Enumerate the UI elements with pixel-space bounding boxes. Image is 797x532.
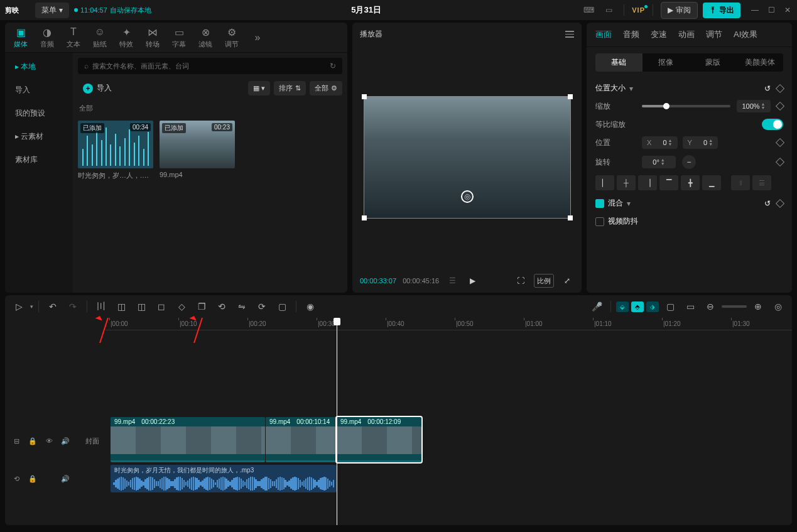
zoom-fit-icon[interactable]: ◎ (769, 298, 787, 315)
tab-more[interactable]: » (245, 31, 270, 44)
view-grid-button[interactable]: ▦ ▾ (248, 81, 270, 95)
media-clip[interactable]: 已添加 00:34 时光匆匆，岁…人，.mp3 (78, 121, 153, 180)
keyframe-icon[interactable] (776, 138, 784, 147)
eye-icon[interactable]: 👁 (44, 437, 54, 445)
tab-media[interactable]: ▣媒体 (8, 26, 34, 49)
sidebar-item-library[interactable]: 素材库 (5, 148, 73, 171)
align-bottom-icon[interactable]: ▁ (702, 175, 721, 190)
pointer-tool-icon[interactable]: ▷ (10, 298, 28, 315)
tab-transition[interactable]: ⋈转场 (139, 26, 166, 49)
resize-handle-tr[interactable] (568, 94, 573, 99)
search-input[interactable] (92, 62, 326, 70)
align-right-icon[interactable]: ▕ (638, 175, 657, 190)
fullscreen-icon[interactable]: ⤢ (560, 274, 574, 288)
filter-all-button[interactable]: 全部 ⚙ (310, 81, 342, 95)
sidebar-item-local[interactable]: ▸ 本地 (5, 55, 73, 79)
align-hcenter-icon[interactable]: ┼ (617, 175, 636, 190)
subtab-basic[interactable]: 基础 (595, 53, 642, 72)
stabilize-checkbox[interactable] (595, 217, 604, 226)
play-button[interactable]: ▶ (465, 274, 479, 288)
tab-ai-effect[interactable]: AI效果 (734, 29, 757, 40)
crop2-icon[interactable]: ▢ (273, 298, 291, 315)
trim-left-icon[interactable]: ◫ (112, 298, 130, 315)
mic-icon[interactable]: 🎤 (588, 298, 605, 315)
undo-icon[interactable]: ↶ (44, 298, 62, 315)
rotate-handle-icon[interactable]: ◎ (461, 190, 474, 203)
keyframe-icon[interactable] (776, 158, 784, 166)
mute-icon[interactable]: 🔊 (60, 437, 70, 445)
resize-handle-br[interactable] (568, 215, 573, 220)
preview-icon[interactable]: ▢ (661, 298, 679, 315)
mask-icon[interactable]: ◇ (173, 298, 190, 315)
reverse-icon[interactable]: ⟲ (213, 298, 230, 315)
video-clip[interactable]: 99.mp400:00:10:14 (266, 417, 336, 462)
mirror-icon[interactable]: ⇋ (233, 298, 251, 315)
track-height-icon[interactable]: ▭ (681, 298, 699, 315)
refresh-icon[interactable]: ↻ (330, 62, 336, 70)
layout-icon[interactable]: ▭ (601, 3, 616, 18)
close-button[interactable]: ✕ (783, 6, 792, 14)
align-top-icon[interactable]: ▔ (659, 175, 678, 190)
rotate-input[interactable]: 0°▲▼ (642, 156, 676, 168)
keyframe-icon[interactable] (776, 84, 784, 92)
subtab-mask[interactable]: 蒙版 (690, 53, 737, 72)
video-clip[interactable]: 99.mp400:00:22:23 (111, 417, 265, 462)
keyboard-icon[interactable]: ⌨ (581, 3, 596, 18)
resize-handle-bl[interactable] (362, 215, 367, 220)
tab-sticker[interactable]: ☺贴纸 (87, 26, 113, 49)
keyframe-icon[interactable] (776, 198, 784, 207)
maximize-button[interactable]: ☐ (767, 6, 776, 14)
playhead[interactable] (337, 318, 337, 525)
zoom-out-icon[interactable]: ⊖ (702, 298, 719, 315)
align-vcenter-icon[interactable]: ╋ (681, 175, 700, 190)
subtab-beauty[interactable]: 美颜美体 (736, 53, 783, 72)
cover-label[interactable]: 封面 (85, 437, 99, 446)
player-frame[interactable]: ◎ (364, 96, 571, 219)
crop-icon[interactable]: ◻ (153, 298, 170, 315)
chevron-down-icon[interactable]: ▾ (30, 303, 33, 310)
tab-speed[interactable]: 变速 (651, 29, 667, 40)
sidebar-item-cloud[interactable]: ▸ 云素材 (5, 125, 73, 148)
reset-icon[interactable]: ↺ (764, 84, 771, 93)
tab-effect[interactable]: ✦特效 (113, 26, 139, 49)
pos-x-input[interactable]: X 0▲▼ (642, 136, 678, 149)
zoom-in-icon[interactable]: ⊕ (749, 298, 767, 315)
blend-checkbox[interactable] (595, 199, 604, 208)
track-toggle-icon[interactable]: ⟲ (11, 475, 21, 483)
tab-adjust[interactable]: ⚙调节 (219, 26, 245, 49)
copy-icon[interactable]: ❐ (193, 298, 210, 315)
scale-value[interactable]: 100%▲▼ (737, 100, 771, 112)
zoom-slider[interactable] (722, 305, 747, 308)
align-left-icon[interactable]: ▏ (595, 175, 614, 190)
menu-button[interactable]: 菜单 ▾ (35, 3, 69, 18)
review-button[interactable]: ▶ 审阅 (661, 2, 698, 19)
tab-adjust-prop[interactable]: 调节 (706, 29, 722, 40)
export-button[interactable]: ⭱ 导出 (703, 3, 740, 18)
aspect-lock-toggle[interactable] (762, 119, 783, 130)
magnet-link-icon[interactable]: ⬗ (646, 301, 659, 312)
pos-y-input[interactable]: Y 0▲▼ (683, 136, 718, 149)
tab-audio[interactable]: ◑音频 (34, 26, 60, 49)
lock-icon[interactable]: 🔒 (28, 475, 38, 483)
tab-animation[interactable]: 动画 (678, 29, 695, 40)
sort-button[interactable]: 排序 ⇅ (274, 81, 306, 95)
player-menu-icon[interactable] (565, 31, 574, 38)
tab-picture[interactable]: 画面 (595, 29, 612, 40)
reset-icon[interactable]: ↺ (764, 199, 771, 208)
sidebar-item-presets[interactable]: 我的预设 (5, 102, 73, 125)
lock-icon[interactable]: 🔒 (28, 437, 38, 445)
time-ruler[interactable]: |00:00|00:10|00:20|00:30|00:40|00:50|01:… (106, 318, 792, 330)
player-viewport[interactable]: ◎ (352, 46, 582, 269)
mute-icon[interactable]: 🔊 (60, 475, 70, 483)
rotate-reset-icon[interactable]: − (682, 155, 696, 169)
import-button[interactable]: + 导入 (78, 80, 117, 96)
resize-handle-tl[interactable] (362, 94, 367, 99)
tab-audio-prop[interactable]: 音频 (623, 29, 639, 40)
magnet-main-icon[interactable]: ⬙ (616, 301, 629, 312)
tracks-area[interactable]: 99.mp400:00:22:2399.mp400:00:10:1499.mp4… (106, 330, 792, 525)
rotate-icon[interactable]: ⟳ (253, 298, 271, 315)
video-clip[interactable]: 99.mp400:00:12:09 (337, 417, 421, 462)
scale-slider[interactable] (642, 105, 730, 107)
aspect-ratio-button[interactable]: 比例 (534, 274, 554, 288)
frame-fit-icon[interactable]: ⛶ (514, 274, 528, 288)
